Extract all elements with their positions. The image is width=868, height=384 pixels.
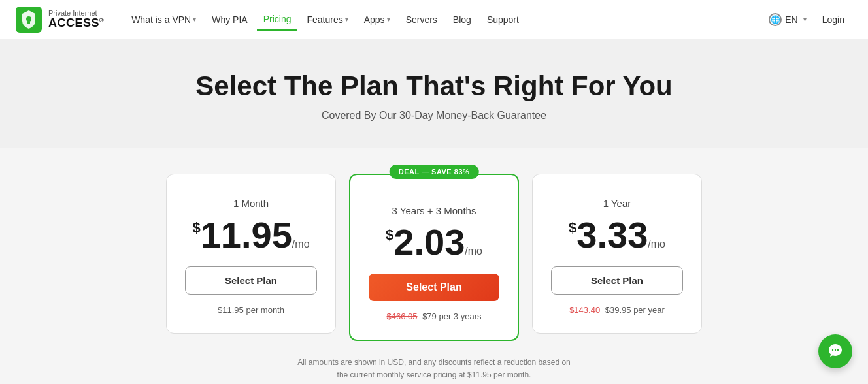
svg-rect-2 [27,21,30,24]
chat-icon [826,342,844,360]
price-dollar-sign: $ [192,221,200,235]
price-dollar-sign: $ [386,228,393,242]
brand-logo[interactable]: Private Internet ACCESS® [16,7,104,33]
hero-section: Select The Plan That's Right For You Cov… [0,39,868,148]
price-dollar-sign: $ [569,221,576,235]
deal-badge: DEAL — SAVE 83% [390,165,479,179]
hero-heading: Select The Plan That's Right For You [13,71,855,102]
plan-price: $ 3.33 /mo [551,217,683,253]
price-per-unit: /mo [292,239,310,249]
chevron-down-icon: ▾ [387,16,390,23]
price-amount: 2.03 [393,224,465,261]
brand-text: Private Internet ACCESS® [48,9,104,30]
hero-subheading: Covered By Our 30-Day Money-Back Guarant… [13,110,855,121]
original-price: $143.40 [569,305,600,315]
navbar: Private Internet ACCESS® What is a VPN ▾… [0,0,868,39]
select-plan-button-yearly[interactable]: Select Plan [551,266,683,295]
plan-card-yearly: 1 Year $ 3.33 /mo Select Plan $143.40 $3… [532,174,702,334]
plan-price: $ 2.03 /mo [369,224,499,261]
chevron-down-icon: ▾ [803,16,807,23]
plan-card-monthly: 1 Month $ 11.95 /mo Select Plan $11.95 p… [166,174,336,334]
plan-duration: 3 Years + 3 Months [369,205,499,216]
pricing-section: 1 Month $ 11.95 /mo Select Plan $11.95 p… [0,148,868,384]
price-amount: 11.95 [201,217,292,253]
svg-point-5 [837,349,839,351]
nav-item-why-pia[interactable]: Why PIA [205,9,254,30]
svg-point-3 [832,349,833,351]
nav-links: What is a VPN ▾ Why PIA Pricing Features… [125,8,769,31]
select-plan-button-monthly[interactable]: Select Plan [185,266,317,295]
nav-item-blog[interactable]: Blog [446,9,478,30]
pia-logo-icon [16,7,42,33]
plan-price: $ 11.95 /mo [185,217,317,253]
nav-item-servers[interactable]: Servers [399,9,444,30]
chevron-down-icon: ▾ [345,16,348,23]
plan-duration: 1 Year [551,198,683,209]
language-selector[interactable]: 🌐 EN ▾ [769,13,806,26]
nav-item-what-is-vpn[interactable]: What is a VPN ▾ [125,9,203,30]
nav-item-features[interactable]: Features ▾ [300,9,354,30]
select-plan-button-three-years[interactable]: Select Plan [369,274,499,301]
plan-footnote: $143.40 $39.95 per year [551,305,683,315]
plan-footnote: $11.95 per month [185,305,317,315]
chevron-down-icon: ▾ [193,16,196,23]
pricing-cards-container: 1 Month $ 11.95 /mo Select Plan $11.95 p… [166,174,702,341]
plan-footnote: $466.05 $79 per 3 years [369,312,499,321]
svg-point-1 [26,16,31,22]
price-per-unit: /mo [465,246,482,257]
plan-duration: 1 Month [185,198,317,209]
plan-card-three-years: DEAL — SAVE 83% 3 Years + 3 Months $ 2.0… [349,174,519,341]
svg-point-4 [835,349,836,351]
nav-item-apps[interactable]: Apps ▾ [358,9,397,30]
nav-item-pricing[interactable]: Pricing [257,8,298,31]
navbar-right: 🌐 EN ▾ Login [769,10,852,29]
disclaimer-text: All amounts are shown in USD, and any di… [297,357,571,381]
chat-button[interactable] [818,334,852,368]
nav-item-support[interactable]: Support [480,9,526,30]
original-price: $466.05 [387,312,418,321]
login-button[interactable]: Login [814,10,852,29]
globe-icon: 🌐 [769,13,782,26]
price-amount: 3.33 [576,217,648,253]
price-per-unit: /mo [648,239,665,249]
